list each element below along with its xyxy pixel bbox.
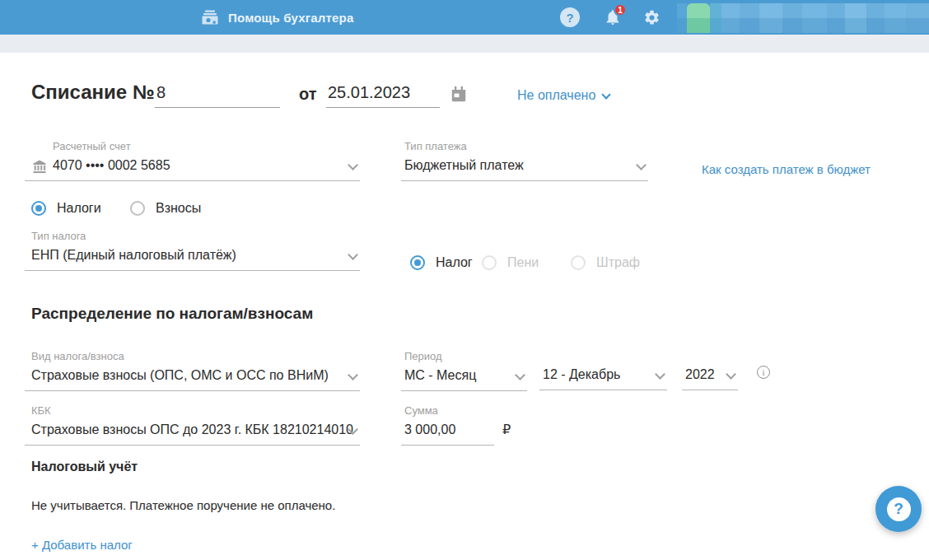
- app-link-label: Помощь бухгалтера: [228, 11, 354, 25]
- notifications-button[interactable]: 1: [604, 0, 622, 35]
- gear-icon: [643, 9, 661, 26]
- tax-kind-value: Страховые взносы (ОПС, ОМС и ОСС по ВНиМ…: [31, 368, 329, 382]
- calendar-icon[interactable]: [450, 85, 468, 103]
- radio-circle-icon: [31, 201, 46, 216]
- period-year-value: 2022: [685, 367, 715, 381]
- radio-taxes[interactable]: Налоги: [31, 201, 101, 216]
- period-type-select[interactable]: Период МС - Месяц: [401, 350, 527, 391]
- document-number-input[interactable]: [155, 83, 280, 108]
- chevron-down-icon: [636, 160, 647, 170]
- accountant-help-link[interactable]: Помощь бухгалтера: [200, 0, 354, 35]
- from-label: от: [299, 85, 317, 104]
- top-bar: Помощь бухгалтера ? 1: [0, 0, 929, 35]
- payment-type-value: Бюджетный платеж: [404, 158, 524, 172]
- payment-type-label: Тип платежа: [404, 140, 648, 152]
- amount-value: 3 000,00: [404, 422, 455, 436]
- chevron-down-icon: [348, 250, 358, 260]
- status-label: Не оплачено: [517, 88, 595, 103]
- distribution-heading: Распределение по налогам/взносам: [31, 305, 313, 323]
- question-icon: ?: [560, 7, 580, 27]
- tax-type-label: Тип налога: [31, 230, 360, 242]
- period-month-select[interactable]: 12 - Декабрь: [539, 367, 667, 390]
- question-icon: ?: [887, 497, 911, 521]
- payment-status-dropdown[interactable]: Не оплачено: [517, 88, 609, 103]
- amount-label: Сумма: [404, 404, 494, 417]
- settings-button[interactable]: [643, 0, 661, 35]
- account-value: 4070 •••• 0002 5685: [53, 158, 170, 172]
- add-tax-link[interactable]: + Добавить налог: [31, 538, 133, 552]
- help-fab[interactable]: ?: [875, 486, 922, 532]
- radio-tax-label: Налог: [436, 255, 473, 270]
- date-input[interactable]: [326, 83, 440, 108]
- info-icon[interactable]: i: [757, 366, 770, 379]
- radio-fine: Штраф: [571, 255, 640, 270]
- account-label: Расчетный счет: [53, 140, 360, 152]
- radio-circle-icon: [410, 255, 425, 270]
- chevron-down-icon: [602, 90, 611, 99]
- radio-fine-label: Штраф: [596, 255, 640, 270]
- how-to-create-budget-payment-link[interactable]: Как создать платеж в бюджет: [702, 162, 871, 176]
- user-info-blurred[interactable]: [677, 3, 929, 33]
- help-button[interactable]: ?: [560, 0, 580, 35]
- radio-contributions-label: Взносы: [156, 201, 201, 216]
- radio-circle-icon: [482, 255, 497, 270]
- payment-type-select[interactable]: Тип платежа Бюджетный платеж: [401, 140, 648, 181]
- header-shadow-strip: [0, 35, 929, 53]
- tax-type-select[interactable]: Тип налога ЕНП (Единый налоговый платёж): [25, 230, 360, 271]
- tax-accounting-heading: Налоговый учёт: [31, 460, 138, 474]
- cash-icon: [200, 7, 220, 27]
- kbk-value: Страховые взносы ОПС до 2023 г. КБК 1821…: [31, 422, 353, 436]
- page-title: Списание №: [31, 81, 155, 104]
- chevron-down-icon: [348, 370, 358, 380]
- ruble-sign: ₽: [502, 422, 511, 437]
- account-select[interactable]: Расчетный счет 4070 •••• 0002 5685: [25, 140, 360, 181]
- radio-circle-icon: [571, 255, 586, 270]
- tax-type-value: ЕНП (Единый налоговый платёж): [31, 248, 236, 262]
- radio-penalty-label: Пени: [507, 255, 539, 270]
- tax-kind-select[interactable]: Вид налога/взноса Страховые взносы (ОПС,…: [25, 350, 360, 391]
- kbk-select[interactable]: КБК Страховые взносы ОПС до 2023 г. КБК …: [25, 404, 360, 446]
- kbk-label: КБК: [31, 404, 360, 417]
- radio-penalty: Пени: [482, 255, 539, 270]
- period-label: Период: [404, 350, 527, 362]
- radio-tax[interactable]: Налог: [410, 255, 473, 270]
- radio-circle-icon: [130, 201, 145, 216]
- period-type-value: МС - Месяц: [404, 368, 476, 382]
- bank-icon: [31, 159, 48, 175]
- period-year-select[interactable]: 2022: [682, 367, 738, 390]
- chevron-down-icon: [655, 369, 665, 380]
- notification-badge: 1: [614, 3, 627, 16]
- chevron-down-icon: [515, 370, 525, 380]
- amount-field[interactable]: Сумма 3 000,00: [401, 404, 494, 446]
- period-month-value: 12 - Декабрь: [543, 367, 620, 381]
- radio-contributions[interactable]: Взносы: [130, 201, 201, 216]
- chevron-down-icon: [726, 369, 736, 380]
- tax-kind-label: Вид налога/взноса: [31, 350, 360, 362]
- chevron-down-icon: [348, 160, 358, 170]
- tax-accounting-note: Не учитывается. Платежное поручение не о…: [31, 498, 335, 512]
- radio-taxes-label: Налоги: [57, 201, 101, 216]
